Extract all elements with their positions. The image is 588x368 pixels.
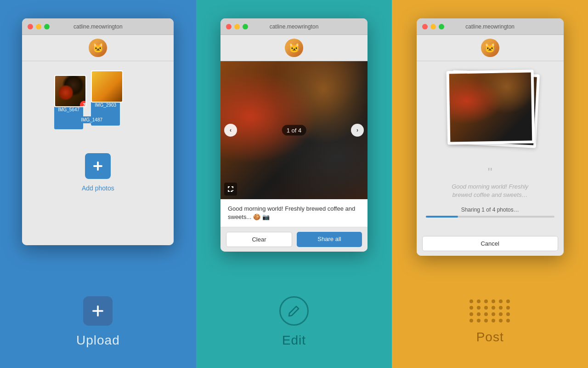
photo-viewer: ‹ 1 of 4 › bbox=[220, 61, 368, 199]
traffic-lights-post bbox=[422, 24, 444, 29]
progress-bar-fill bbox=[426, 216, 458, 218]
avatar-bar-post: 🐱 bbox=[417, 35, 564, 61]
fullscreen-button[interactable] bbox=[224, 183, 237, 196]
avatar: 🐱 bbox=[89, 39, 107, 57]
edit-label: Edit bbox=[282, 333, 306, 348]
dot bbox=[469, 299, 473, 303]
close-button-edit[interactable] bbox=[226, 24, 232, 29]
maximize-button[interactable] bbox=[44, 24, 50, 29]
share-all-button[interactable]: Share all bbox=[297, 232, 362, 247]
dot bbox=[469, 319, 473, 322]
upload-icon bbox=[83, 296, 113, 326]
photo-thumb-2[interactable] bbox=[91, 70, 123, 103]
minimize-button[interactable] bbox=[36, 24, 41, 29]
upload-panel: catline.meowrington 🐱 3 IMG_5647 IMG_290… bbox=[0, 0, 196, 368]
avatar-bar-edit: 🐱 bbox=[220, 35, 368, 61]
upload-titlebar: catline.meowrington bbox=[22, 18, 174, 35]
add-photos-button[interactable] bbox=[85, 153, 111, 179]
post-actions: Cancel bbox=[417, 231, 564, 256]
upload-window: catline.meowrington 🐱 3 IMG_5647 IMG_290… bbox=[22, 18, 174, 245]
post-titlebar: catline.meowrington bbox=[417, 18, 564, 35]
edit-bottom: Edit bbox=[196, 276, 392, 368]
post-panel: catline.meowrington 🐱 " Good morning wor… bbox=[392, 0, 588, 368]
file-label-3: IMG_1487 bbox=[77, 116, 106, 123]
post-content: " Good morning world! Freshlybrewed coff… bbox=[417, 61, 564, 231]
progress-container: Sharing 1 of 4 photos… bbox=[426, 207, 554, 218]
close-button-post[interactable] bbox=[422, 24, 428, 29]
dot bbox=[492, 299, 495, 303]
next-button[interactable]: › bbox=[351, 124, 364, 137]
edit-actions: Clear Share all bbox=[220, 227, 368, 252]
dot bbox=[506, 306, 510, 310]
edit-caption: Good morning world! Freshly brewed coffe… bbox=[220, 199, 368, 227]
prev-button[interactable]: ‹ bbox=[224, 124, 237, 137]
stacked-photos bbox=[444, 70, 536, 158]
dot bbox=[506, 319, 510, 322]
photo-badge: 3 bbox=[80, 101, 86, 107]
minimize-button-post[interactable] bbox=[430, 24, 436, 29]
dot bbox=[477, 299, 481, 303]
svg-rect-1 bbox=[93, 165, 102, 167]
avatar-post: 🐱 bbox=[481, 39, 499, 57]
clear-button[interactable]: Clear bbox=[226, 232, 292, 247]
upload-label: Upload bbox=[76, 333, 120, 348]
dot bbox=[492, 312, 495, 316]
dot bbox=[499, 319, 503, 322]
photo-thumb-1[interactable]: 3 bbox=[54, 75, 86, 107]
svg-rect-3 bbox=[92, 310, 103, 312]
add-photos-label: Add photos bbox=[31, 184, 164, 192]
pencil-icon bbox=[287, 304, 301, 318]
window-title-edit: catline.meowrington bbox=[270, 23, 319, 30]
upload-content: 3 IMG_5647 IMG_2903 IMG_1487 Add photos bbox=[22, 61, 174, 245]
avatar-bar: 🐱 bbox=[22, 35, 174, 61]
dot bbox=[499, 312, 503, 316]
edit-icon bbox=[279, 296, 309, 326]
upload-bottom: Upload bbox=[0, 276, 196, 368]
upload-plus-icon bbox=[90, 304, 105, 318]
dot bbox=[499, 306, 503, 310]
dot bbox=[484, 306, 488, 310]
edit-titlebar: catline.meowrington bbox=[220, 18, 368, 35]
dot bbox=[506, 312, 510, 316]
progress-label: Sharing 1 of 4 photos… bbox=[426, 207, 554, 213]
edit-window: catline.meowrington 🐱 ‹ 1 of 4 › Good mo… bbox=[220, 18, 368, 252]
dot bbox=[492, 319, 495, 322]
dot bbox=[484, 312, 488, 316]
close-button[interactable] bbox=[28, 24, 33, 29]
avatar-edit: 🐱 bbox=[285, 39, 303, 57]
dot bbox=[484, 299, 488, 303]
post-label: Post bbox=[476, 330, 504, 345]
quote-icon: " bbox=[488, 165, 492, 180]
window-title: catline.meowrington bbox=[74, 23, 123, 30]
traffic-lights-edit bbox=[226, 24, 248, 29]
edit-panel: catline.meowrington 🐱 ‹ 1 of 4 › Good mo… bbox=[196, 0, 392, 368]
dot bbox=[506, 299, 510, 303]
dot bbox=[492, 306, 495, 310]
dot bbox=[477, 312, 481, 316]
dot bbox=[469, 306, 473, 310]
dot bbox=[477, 319, 481, 322]
dots-grid bbox=[469, 299, 511, 322]
maximize-button-post[interactable] bbox=[439, 24, 444, 29]
fullscreen-icon bbox=[227, 185, 234, 193]
plus-icon bbox=[91, 160, 104, 172]
cancel-button[interactable]: Cancel bbox=[422, 236, 558, 251]
dot bbox=[484, 319, 488, 322]
post-bottom: Post bbox=[392, 276, 588, 368]
caption-preview: Good morning world! Freshlybrewed coffee… bbox=[452, 183, 528, 199]
photo-grid: 3 IMG_5647 IMG_2903 IMG_1487 bbox=[31, 70, 164, 116]
progress-bar-bg bbox=[426, 216, 554, 218]
photo-counter: 1 of 4 bbox=[282, 125, 306, 136]
minimize-button-edit[interactable] bbox=[234, 24, 240, 29]
dot bbox=[469, 312, 473, 316]
dot bbox=[499, 299, 503, 303]
post-icon bbox=[469, 299, 511, 322]
post-window: catline.meowrington 🐱 " Good morning wor… bbox=[417, 18, 564, 256]
dot bbox=[477, 306, 481, 310]
maximize-button-edit[interactable] bbox=[243, 24, 248, 29]
traffic-lights bbox=[28, 24, 50, 29]
photo-stack-front bbox=[446, 69, 535, 144]
window-title-post: catline.meowrington bbox=[465, 23, 514, 30]
